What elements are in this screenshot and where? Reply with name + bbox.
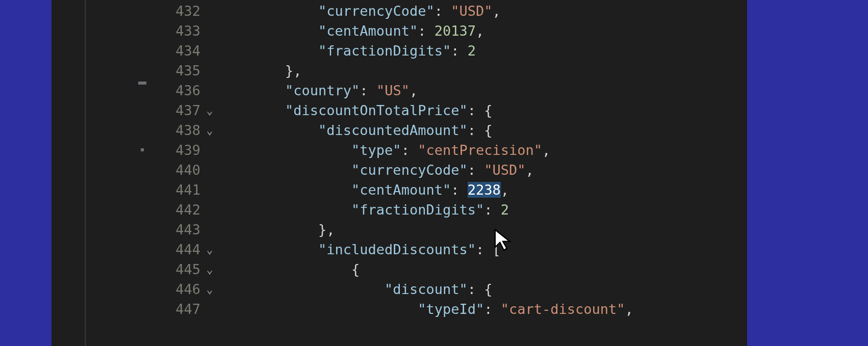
code-line[interactable]: 443 }, [52, 220, 747, 239]
code-line[interactable]: 442 "fractionDigits": 2 [52, 200, 747, 220]
code-content[interactable]: { [219, 259, 360, 279]
code-content[interactable]: "fractionDigits": 2 [219, 200, 509, 220]
fold-chevron-icon[interactable]: ⌄ [205, 279, 215, 299]
code-content[interactable]: }, [219, 220, 335, 239]
line-number: 432 [165, 1, 200, 21]
code-content[interactable]: }, [219, 61, 302, 81]
code-content[interactable]: "currencyCode": "USD", [219, 1, 501, 21]
fold-chevron-icon[interactable]: ⌄ [205, 239, 215, 259]
code-line[interactable]: 433 "centAmount": 20137, [52, 21, 747, 41]
code-content[interactable]: "discount": { [219, 279, 492, 299]
breakpoint-marker-icon [141, 148, 144, 151]
code-line[interactable]: 446⌄ "discount": { [52, 279, 747, 299]
fold-chevron-icon[interactable]: ⌄ [205, 259, 215, 279]
code-line[interactable]: 439 "type": "centPrecision", [52, 140, 747, 160]
code-content[interactable]: "currencyCode": "USD", [219, 160, 534, 180]
line-number: 444 [165, 239, 200, 259]
code-content[interactable]: "centAmount": 2238, [219, 180, 509, 200]
code-content[interactable]: "country": "US", [219, 81, 418, 100]
code-content[interactable]: "centAmount": 20137, [219, 21, 484, 41]
line-number: 437 [165, 100, 200, 120]
code-line[interactable]: 440 "currencyCode": "USD", [52, 160, 747, 180]
line-number: 447 [165, 299, 200, 319]
code-content[interactable]: "includedDiscounts": [ [219, 239, 501, 259]
code-line[interactable]: 441 "centAmount": 2238, [52, 180, 747, 200]
code-area[interactable]: 432 "currencyCode": "USD",433 "centAmoun… [52, 0, 747, 346]
code-line[interactable]: 434 "fractionDigits": 2 [52, 41, 747, 61]
fold-chevron-icon[interactable]: ⌄ [205, 120, 215, 140]
code-line[interactable]: 447 "typeId": "cart-discount", [52, 299, 747, 319]
line-number: 433 [165, 21, 200, 41]
line-number: 445 [165, 259, 200, 279]
line-number: 441 [165, 180, 200, 200]
line-number: 438 [165, 120, 200, 140]
line-number: 434 [165, 41, 200, 61]
fold-chevron-icon[interactable]: ⌄ [205, 100, 215, 120]
code-content[interactable]: "discountOnTotalPrice": { [219, 100, 492, 120]
code-line[interactable]: 438⌄ "discountedAmount": { [52, 120, 747, 140]
line-number: 443 [165, 220, 200, 239]
code-editor-viewport: 432 "currencyCode": "USD",433 "centAmoun… [52, 0, 747, 346]
code-content[interactable]: "type": "centPrecision", [219, 140, 550, 160]
selected-text[interactable]: 2238 [468, 182, 501, 198]
line-number: 435 [165, 61, 200, 81]
code-line[interactable]: 445⌄ { [52, 259, 747, 279]
code-content[interactable]: "fractionDigits": 2 [219, 41, 476, 61]
line-number: 446 [165, 279, 200, 299]
line-number: 436 [165, 81, 200, 100]
code-line[interactable]: 436 "country": "US", [52, 81, 747, 100]
code-content[interactable]: "typeId": "cart-discount", [219, 299, 633, 319]
modification-marker-icon [138, 82, 146, 85]
line-number: 442 [165, 200, 200, 220]
code-line[interactable]: 435 }, [52, 61, 747, 81]
code-line[interactable]: 432 "currencyCode": "USD", [52, 1, 747, 21]
line-number: 439 [165, 140, 200, 160]
line-number: 440 [165, 160, 200, 180]
code-line[interactable]: 437⌄ "discountOnTotalPrice": { [52, 100, 747, 120]
code-line[interactable]: 444⌄ "includedDiscounts": [ [52, 239, 747, 259]
code-content[interactable]: "discountedAmount": { [219, 120, 492, 140]
